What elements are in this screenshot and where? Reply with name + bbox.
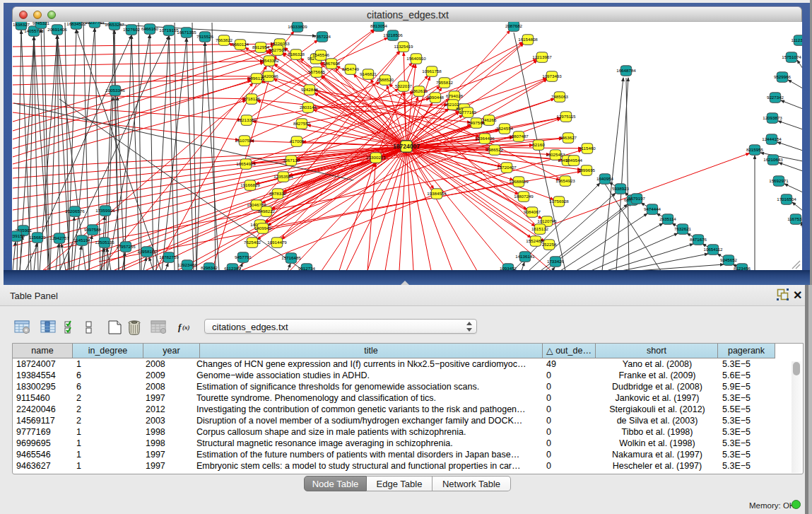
svg-text:9912734: 9912734 [298,266,316,270]
svg-text:9896121: 9896121 [248,76,266,81]
svg-text:1615132: 1615132 [531,226,549,231]
svg-text:12353594: 12353594 [273,174,293,179]
svg-text:10807487: 10807487 [509,134,529,139]
svg-text:8912954: 8912954 [252,45,270,49]
svg-text:1239159: 1239159 [12,233,25,238]
svg-text:10719155: 10719155 [159,28,179,33]
svg-text:5322037: 5322037 [395,83,413,88]
svg-text:10688609: 10688609 [509,179,529,184]
svg-text:2935114: 2935114 [659,216,676,221]
svg-text:7515526: 7515526 [196,34,214,39]
svg-text:9777169: 9777169 [459,110,477,115]
svg-text:12444154: 12444154 [762,136,782,141]
svg-text:1838327: 1838327 [13,22,30,27]
svg-text:9227342: 9227342 [767,95,784,100]
svg-text:5675685: 5675685 [308,69,326,74]
svg-text:7632621: 7632621 [674,226,692,231]
svg-text:9245652: 9245652 [720,257,738,262]
svg-text:12975115: 12975115 [556,114,576,119]
svg-text:8298342: 8298342 [201,265,218,270]
svg-text:18807249: 18807249 [514,194,534,199]
svg-text:16154808: 16154808 [518,37,538,42]
svg-text:20691406: 20691406 [47,27,67,32]
svg-text:14055713: 14055713 [24,28,44,33]
svg-text:20206576: 20206576 [65,209,85,214]
svg-text:19384554: 19384554 [427,191,447,196]
svg-text:6112389: 6112389 [224,266,241,270]
svg-text:2718126: 2718126 [243,96,261,101]
svg-text:11325419: 11325419 [394,44,413,49]
svg-text:8454749: 8454749 [342,66,360,71]
svg-text:9660124: 9660124 [232,42,249,47]
svg-text:17016504: 17016504 [777,197,796,201]
svg-text:8498222: 8498222 [258,209,276,214]
svg-text:9457791: 9457791 [235,255,252,259]
svg-text:1849544: 1849544 [565,158,583,163]
svg-text:10120746: 10120746 [537,218,557,223]
svg-text:8215955: 8215955 [746,147,764,152]
svg-text:9397588: 9397588 [84,227,102,232]
svg-text:17359926: 17359926 [95,208,115,213]
svg-text:10958107: 10958107 [137,249,157,254]
svg-text:1409949: 1409949 [254,226,272,230]
svg-text:2087682: 2087682 [505,23,523,28]
svg-text:9115460: 9115460 [579,146,596,151]
svg-text:417006: 417006 [290,139,305,144]
svg-text:16834522: 16834522 [66,22,86,26]
svg-text:1093452: 1093452 [500,266,517,270]
svg-text:1112345: 1112345 [791,37,802,42]
svg-text:18724007: 18724007 [393,143,420,150]
svg-text:7955812: 7955812 [436,80,454,85]
svg-text:10654925: 10654925 [236,161,256,166]
svg-text:8813054: 8813054 [370,23,388,28]
svg-text:1362615: 1362615 [411,88,428,93]
svg-text:1145194: 1145194 [73,238,90,243]
svg-text:15692971: 15692971 [769,178,789,183]
svg-text:7625402: 7625402 [244,240,261,245]
svg-text:9084067: 9084067 [524,209,541,214]
svg-text:12923466: 12923466 [177,262,197,267]
svg-text:14136141: 14136141 [515,254,535,259]
svg-text:5679197: 5679197 [628,196,646,201]
svg-text:12213369: 12213369 [237,117,257,122]
svg-text:8878332: 8878332 [269,191,287,196]
svg-text:16782759: 16782759 [159,255,179,259]
svg-text:1156829: 1156829 [29,235,46,240]
svg-text:16648784: 16648784 [616,68,636,73]
svg-text:16033809: 16033809 [288,24,307,29]
svg-text:6794028: 6794028 [446,93,464,98]
svg-text:1733426: 1733426 [547,259,565,264]
svg-text:19654923: 19654923 [555,178,575,183]
svg-text:19218506: 19218506 [383,33,403,37]
svg-text:7986522: 7986522 [486,147,504,152]
svg-text:19166829: 19166829 [240,182,260,187]
svg-text:7357224: 7357224 [314,34,331,39]
svg-text:15716485: 15716485 [281,255,301,260]
svg-text:16107554: 16107554 [235,138,254,143]
svg-text:2803144: 2803144 [300,105,317,110]
svg-text:6466160: 6466160 [141,26,159,31]
svg-text:1640954: 1640954 [596,176,614,181]
svg-text:15751074: 15751074 [782,54,801,59]
svg-text:16543382: 16543382 [259,58,279,63]
svg-text:9745321: 9745321 [33,22,50,25]
svg-text:7663822: 7663822 [216,37,233,42]
svg-text:9463627: 9463627 [560,135,577,140]
svg-text:20364436: 20364436 [475,136,495,141]
svg-text:3267130: 3267130 [283,158,300,163]
svg-text:12093873: 12093873 [763,115,782,120]
svg-text:12213967: 12213967 [532,54,552,59]
svg-text:10653267: 10653267 [105,22,124,27]
svg-text:9527506: 9527506 [269,47,287,52]
svg-text:(x): (x) [182,324,190,331]
svg-text:5938923: 5938923 [612,186,630,191]
svg-text:15640910: 15640910 [406,56,426,61]
svg-text:9474444: 9474444 [644,206,661,211]
svg-text:6497568: 6497568 [468,120,486,125]
svg-text:16671355: 16671355 [177,30,196,35]
svg-text:25300215: 25300215 [366,155,386,160]
svg-text:12505135: 12505135 [95,240,114,245]
svg-text:8427552: 8427552 [293,121,311,126]
svg-text:1527602: 1527602 [123,27,141,32]
svg-text:7485063: 7485063 [551,94,569,99]
